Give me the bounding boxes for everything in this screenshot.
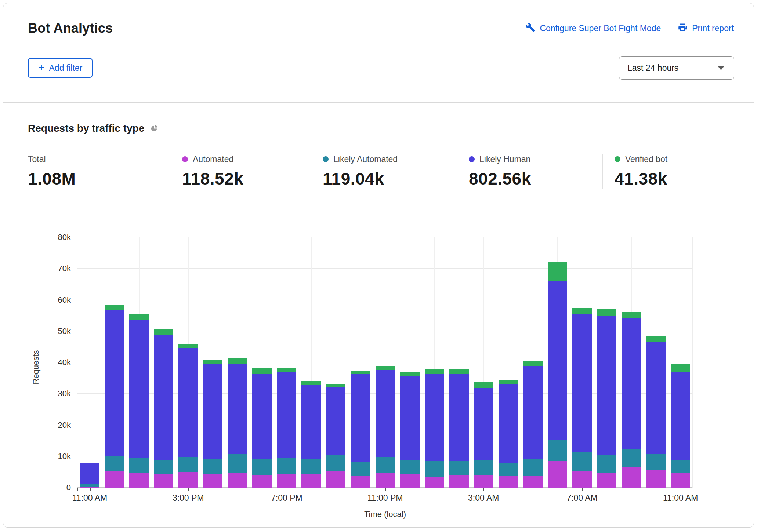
bar-segment-verified-bot <box>523 361 543 366</box>
bar-segment-automated <box>449 475 469 488</box>
bar-slot <box>594 237 619 488</box>
stat-label: Total <box>28 154 46 164</box>
legend-dot-likely-automated <box>323 156 329 162</box>
plus-icon: + <box>38 62 45 73</box>
stat-verified-bot: Verified bot41.38k <box>602 154 734 189</box>
bar-segment-verified-bot <box>301 381 321 385</box>
print-report-link[interactable]: Print report <box>678 22 734 34</box>
bar-segment-likely-human <box>277 372 296 458</box>
y-axis-label: Requests <box>31 345 41 389</box>
bar-segment-verified-bot <box>228 358 247 364</box>
bar-segment-likely-automated <box>203 459 222 473</box>
stacked-bar <box>449 237 469 488</box>
configure-super-bot-label: Configure Super Bot Fight Mode <box>540 23 661 33</box>
bar-segment-verified-bot <box>277 368 296 373</box>
stacked-bar <box>499 237 518 488</box>
stacked-bar <box>597 237 616 488</box>
bar-slot <box>348 237 373 488</box>
y-tick-label: 20k <box>58 420 71 430</box>
bar-slot <box>471 237 496 488</box>
bar-segment-automated <box>154 474 173 488</box>
bar-segment-verified-bot <box>203 360 222 364</box>
x-tick-mark <box>582 488 583 491</box>
bar-segment-likely-automated <box>376 457 395 473</box>
stacked-bar <box>178 237 198 488</box>
configure-super-bot-link[interactable]: Configure Super Bot Fight Mode <box>525 22 661 34</box>
bar-segment-automated <box>646 470 666 488</box>
stat-value: 118.52k <box>182 169 311 189</box>
bar-segment-automated <box>400 474 420 488</box>
bar-segment-likely-automated <box>252 459 272 475</box>
x-tick-mark <box>287 488 287 491</box>
caret-down-icon <box>717 66 725 70</box>
bar-segment-automated <box>572 471 592 488</box>
stacked-bar <box>203 237 222 488</box>
bar-segment-likely-human <box>228 364 247 454</box>
bar-segment-likely-human <box>499 384 518 463</box>
bar-segment-likely-human <box>154 335 173 460</box>
bar-segment-likely-automated <box>105 456 124 471</box>
bar-segment-automated <box>277 474 296 488</box>
bar-segment-likely-human <box>351 374 370 462</box>
stat-value: 41.38k <box>615 169 734 189</box>
bar-segment-automated <box>80 487 99 488</box>
bar-segment-likely-human <box>129 320 149 458</box>
requests-chart: Requests 010k20k30k40k50k60k70k80k 11:00… <box>28 237 734 519</box>
add-filter-button[interactable]: + Add filter <box>28 58 93 78</box>
bar-segment-verified-bot <box>178 344 198 348</box>
time-range-select[interactable]: Last 24 hours <box>619 56 734 80</box>
bar-segment-automated <box>252 475 272 488</box>
bar-segment-likely-automated <box>523 459 543 476</box>
stacked-bar <box>548 237 567 488</box>
bar-segment-verified-bot <box>572 308 592 314</box>
bar-segment-automated <box>178 472 198 488</box>
stat-label: Automated <box>193 154 233 164</box>
stat-label: Verified bot <box>625 154 667 164</box>
x-tick-mark <box>681 488 681 491</box>
stacked-bar <box>277 237 296 488</box>
bar-slot <box>521 237 545 488</box>
bar-segment-automated <box>228 473 247 488</box>
bar-segment-verified-bot <box>351 371 370 374</box>
stat-label: Likely Automated <box>333 154 398 164</box>
bar-segment-likely-human <box>178 348 198 457</box>
bar-segment-likely-automated <box>326 455 346 471</box>
stacked-bar <box>622 237 641 488</box>
bar-segment-likely-automated <box>178 457 198 472</box>
header-links: Configure Super Bot Fight Mode Print rep… <box>525 20 734 34</box>
print-report-label: Print report <box>692 23 734 33</box>
bar-slot <box>570 237 594 488</box>
bar-segment-likely-human <box>203 364 222 459</box>
bar-segment-likely-human <box>646 342 666 454</box>
bar-slot <box>176 237 200 488</box>
y-tick-label: 30k <box>58 389 71 398</box>
stat-value: 1.08M <box>28 169 170 189</box>
x-tick-label: 7:00 AM <box>566 493 597 503</box>
add-filter-label: Add filter <box>49 63 83 73</box>
stacked-bar <box>326 237 346 488</box>
stacked-bar <box>351 237 370 488</box>
bar-segment-verified-bot <box>252 368 272 373</box>
bar-segment-automated <box>425 477 444 488</box>
bar-segment-automated <box>326 471 346 488</box>
y-tick-label: 70k <box>58 264 71 273</box>
bar-segment-verified-bot <box>622 312 641 318</box>
bar-segment-likely-human <box>326 387 346 455</box>
card-header: Bot Analytics Configure Super Bot Fight … <box>3 3 754 102</box>
plot-area: 010k20k30k40k50k60k70k80k <box>77 237 693 488</box>
bar-segment-automated <box>523 476 543 488</box>
bar-segment-automated <box>105 471 124 488</box>
section-title: Requests by traffic type <box>28 123 144 134</box>
y-tick-label: 40k <box>58 358 71 367</box>
bar-segment-likely-automated <box>622 449 641 467</box>
stacked-bar <box>400 237 420 488</box>
bar-segment-verified-bot <box>646 336 666 342</box>
bar-segment-verified-bot <box>671 364 690 372</box>
bar-segment-likely-human <box>376 370 395 457</box>
stacked-bar <box>228 237 247 488</box>
bar-segment-likely-automated <box>154 460 173 474</box>
printer-icon <box>678 22 688 34</box>
x-tick-mark <box>90 488 91 491</box>
stat-likely-automated: Likely Automated119.04k <box>311 154 457 189</box>
bar-segment-automated <box>548 461 567 488</box>
